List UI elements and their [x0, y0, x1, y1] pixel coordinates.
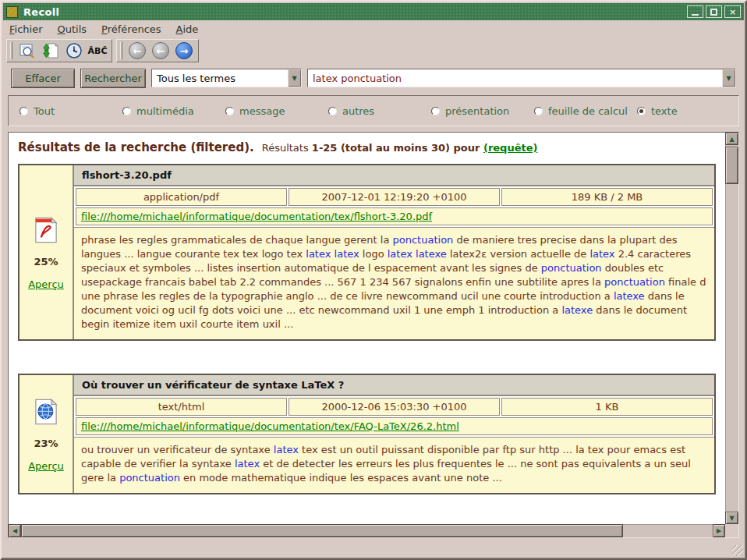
- recoll-window: Recoll × Fichier Outils Préférences Aide: [0, 0, 747, 560]
- preview-search-icon[interactable]: [17, 41, 37, 60]
- vertical-scrollbar-trough[interactable]: [725, 184, 738, 512]
- previous-page-icon[interactable]: ←: [150, 41, 171, 60]
- result-mime-type: text/html: [76, 398, 287, 416]
- vertical-scrollbar-thumb[interactable]: [725, 147, 738, 184]
- radio-icon[interactable]: [328, 107, 337, 115]
- search-query-value: latex ponctuation: [308, 73, 722, 84]
- result-title: flshort-3.20.pdf: [74, 165, 714, 186]
- doc-icon: [33, 215, 59, 245]
- radio-icon[interactable]: [225, 107, 234, 115]
- relevance-score: 23%: [34, 438, 58, 449]
- results-title: Résultats de la recherche (filtered).: [18, 140, 254, 154]
- result-meta-row: text/html 2000-12-06 15:03:30 +0100 1 KB: [74, 396, 714, 417]
- filter-presentation[interactable]: présentation: [431, 105, 534, 117]
- scroll-left-icon[interactable]: ◀: [9, 524, 21, 537]
- toolbar-group-main: ÂBĈ: [6, 39, 112, 62]
- filter-message[interactable]: message: [225, 105, 328, 117]
- toolbar-group-nav: ← ← →: [116, 39, 199, 62]
- results-panel: Résultats de la recherche (filtered).Rés…: [8, 132, 739, 538]
- filter-multimedia[interactable]: multimédia: [122, 105, 225, 117]
- result-title: Où trouver un vérificateur de syntaxe La…: [74, 375, 714, 396]
- result-side-panel: 23% Aperçu: [19, 375, 74, 493]
- result-card: 23% Aperçu Où trouver un vérificateur de…: [18, 374, 716, 494]
- result-size: 1 KB: [501, 398, 713, 416]
- result-detail: flshort-3.20.pdf application/pdf 2007-12…: [74, 165, 714, 339]
- result-url-link[interactable]: file:///home/michael/informatique/docume…: [81, 211, 707, 222]
- scroll-right-icon[interactable]: ▶: [713, 524, 725, 537]
- menu-outils[interactable]: Outils: [58, 23, 87, 35]
- result-card: 25% Aperçu flshort-3.20.pdf application/…: [18, 164, 716, 341]
- menu-preferences[interactable]: Préférences: [101, 23, 161, 35]
- result-url-row: file:///home/michael/informatique/docume…: [74, 417, 714, 437]
- query-link[interactable]: (requête): [483, 142, 538, 154]
- search-mode-select[interactable]: Tous les termes ▼: [151, 69, 302, 87]
- result-date: 2000-12-06 15:03:30 +0100: [289, 398, 500, 416]
- result-size: 189 KB / 2 MB: [501, 188, 713, 206]
- vertical-scrollbar[interactable]: ▲ ▼: [725, 133, 738, 524]
- toolbar-grip[interactable]: [120, 42, 122, 59]
- scrollbar-corner: [725, 524, 738, 537]
- filter-tout[interactable]: Tout: [19, 105, 122, 117]
- results-header: Résultats de la recherche (filtered).Rés…: [18, 140, 720, 154]
- resize-grip-icon[interactable]: [732, 545, 743, 556]
- search-button[interactable]: Rechercher: [80, 69, 146, 88]
- result-side-panel: 25% Aperçu: [19, 165, 74, 339]
- preview-link[interactable]: Aperçu: [28, 460, 64, 472]
- result-snippet: phrase les regles grammaticales de chaqu…: [74, 227, 714, 339]
- radio-icon[interactable]: [534, 107, 543, 115]
- close-button[interactable]: ×: [724, 5, 741, 18]
- horizontal-scrollbar-thumb[interactable]: [21, 524, 623, 537]
- radio-icon[interactable]: [637, 107, 646, 115]
- menu-bar: Fichier Outils Préférences Aide: [2, 20, 745, 37]
- doc-icon: [33, 397, 59, 427]
- radio-icon[interactable]: [19, 107, 28, 115]
- result-url-row: file:///home/michael/informatique/docume…: [74, 207, 714, 227]
- filter-feuille-de-calcul[interactable]: feuille de calcul: [534, 105, 637, 117]
- toolbar: ÂBĈ ← ← →: [2, 37, 745, 64]
- results-list[interactable]: Résultats de la recherche (filtered).Rés…: [9, 133, 725, 524]
- sort-document-icon[interactable]: [41, 41, 61, 60]
- result-date: 2007-12-01 12:19:20 +0100: [289, 188, 500, 206]
- result-snippet: ou trouver un verificateur de syntaxe la…: [74, 437, 714, 493]
- chevron-down-icon[interactable]: ▼: [288, 69, 301, 87]
- recoll-app-icon: [6, 6, 18, 18]
- chevron-down-icon[interactable]: ▼: [722, 69, 735, 87]
- result-url-link[interactable]: file:///home/michael/informatique/docume…: [81, 420, 707, 432]
- next-page-icon[interactable]: →: [174, 41, 194, 60]
- relevance-score: 25%: [34, 256, 58, 268]
- filter-autres[interactable]: autres: [328, 105, 431, 117]
- term-explorer-icon[interactable]: ÂBĈ: [87, 41, 108, 60]
- result-meta-row: application/pdf 2007-12-01 12:19:20 +010…: [74, 186, 714, 207]
- filter-row: Tout multimédia message autres présentat…: [8, 95, 739, 126]
- search-input[interactable]: latex ponctuation ▼: [307, 69, 736, 87]
- menu-fichier[interactable]: Fichier: [9, 23, 43, 35]
- menu-aide[interactable]: Aide: [176, 23, 199, 35]
- preview-link[interactable]: Aperçu: [28, 278, 64, 290]
- title-bar[interactable]: Recoll ×: [3, 3, 744, 20]
- minimize-icon: [692, 14, 699, 16]
- history-clock-icon[interactable]: [64, 41, 84, 60]
- horizontal-scrollbar[interactable]: ◀ ▶: [9, 524, 725, 537]
- maximize-button[interactable]: [706, 5, 722, 18]
- filter-texte[interactable]: texte: [637, 105, 678, 117]
- first-page-icon[interactable]: ←: [127, 41, 147, 60]
- horizontal-scrollbar-trough[interactable]: [623, 524, 713, 537]
- search-row: Effacer Rechercher Tous les termes ▼ lat…: [11, 66, 736, 90]
- scroll-down-icon[interactable]: ▼: [725, 512, 738, 524]
- clear-button[interactable]: Effacer: [11, 69, 75, 88]
- results-range: 1-25 (total au moins 30) pour: [312, 142, 483, 154]
- window-title: Recoll: [23, 6, 685, 18]
- radio-icon[interactable]: [431, 107, 440, 115]
- scroll-up-icon[interactable]: ▲: [725, 133, 738, 145]
- close-icon: ×: [729, 7, 736, 17]
- result-mime-type: application/pdf: [76, 188, 287, 206]
- result-detail: Où trouver un vérificateur de syntaxe La…: [74, 375, 714, 493]
- maximize-icon: [710, 9, 717, 16]
- toolbar-grip[interactable]: [10, 42, 12, 59]
- status-strip: [2, 538, 745, 558]
- minimize-button[interactable]: [687, 5, 703, 18]
- radio-icon[interactable]: [122, 107, 131, 115]
